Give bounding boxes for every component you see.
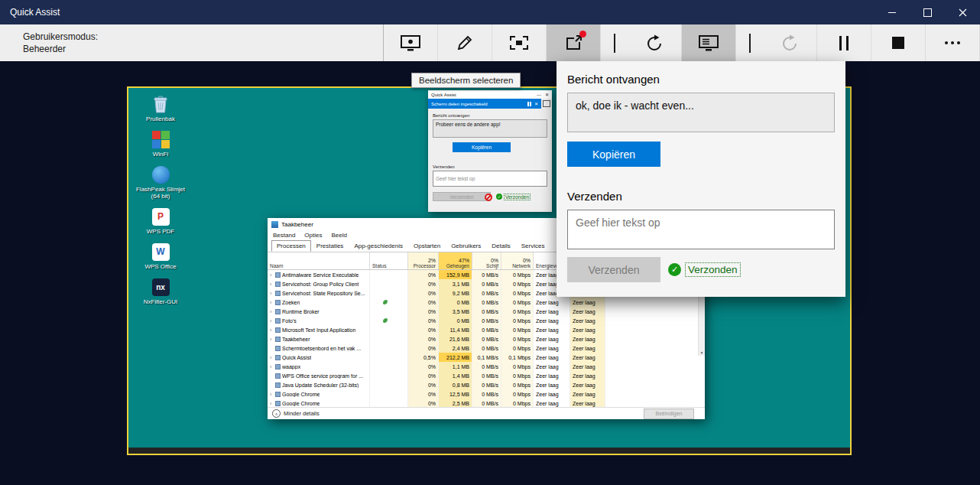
tm-tab[interactable]: Details	[486, 240, 515, 252]
end-task-button[interactable]: Beëindigen	[644, 409, 694, 419]
process-name-cell: Zoeken	[268, 298, 370, 307]
task-manager-button[interactable]	[682, 24, 736, 61]
process-name-cell: Runtime Broker	[268, 307, 370, 316]
table-row[interactable]: Java Update Scheduler (32-bits) 0% 0,8 M…	[268, 380, 705, 389]
restart-button[interactable]	[628, 24, 682, 61]
expander-arrow-icon[interactable]	[270, 337, 274, 342]
scroll-down-icon[interactable]: ▼	[699, 349, 705, 356]
process-name: Google Chrome	[282, 392, 320, 397]
memory-cell: 9,2 MB	[439, 288, 472, 298]
disk-cell: 0 MB/s	[472, 380, 501, 389]
table-row[interactable]: Foto's 0% 0 MB 0 MB/s 0 Mbps Zeer laag Z…	[268, 316, 705, 325]
tm-menu-item[interactable]: Beeld	[331, 232, 346, 239]
received-message-box: ok, doe ik - wacht even...	[567, 93, 835, 132]
energy-trend-cell: Zeer laag	[570, 353, 605, 362]
tm-menu-item[interactable]: Bestand	[273, 232, 295, 239]
remote-quick-assist-window[interactable]: Quick Assist — ✕ Scherm delen ingeschake…	[428, 90, 552, 212]
energy-cell: Zeer laag	[534, 371, 570, 380]
desktop-icon-prullenbak[interactable]: Prullenbak	[130, 94, 191, 122]
instruction-channel-button[interactable]	[547, 24, 601, 61]
copy-button[interactable]: Kopiëren	[567, 142, 660, 167]
expander-arrow-icon[interactable]	[270, 318, 274, 324]
column-header-netwerk[interactable]: 0%Netwerk	[501, 252, 534, 269]
column-header-naam[interactable]: Naam	[268, 252, 370, 269]
expander-arrow-icon[interactable]	[270, 282, 274, 287]
mini-send-button[interactable]: Verzenden	[433, 192, 491, 201]
disk-cell: 0 MB/s	[472, 389, 501, 399]
process-name-cell: Quick Assist	[268, 353, 370, 362]
desktop-icon-slimjet[interactable]: FlashPeak Slimjet (64 bit)	[130, 164, 191, 200]
tm-tab[interactable]: Prestaties	[311, 240, 349, 252]
user-mode-info: Gebruikersmodus: Beheerder	[0, 24, 384, 61]
table-row[interactable]: Microsoft Text Input Application 0% 11,4…	[268, 325, 705, 334]
column-header-schijf[interactable]: 0%Schijf	[472, 252, 501, 269]
tm-tab[interactable]: Opstarten	[408, 240, 446, 252]
desktop-icon-label: WPS Office	[144, 263, 176, 270]
remote-taskbar[interactable]	[128, 448, 850, 454]
desktop-icon-nxfilter[interactable]: nx NxFilter-GUI	[130, 277, 191, 305]
column-header-geheugen[interactable]: 47%Geheugen	[439, 252, 472, 269]
status-cell	[370, 380, 408, 389]
expander-arrow-icon[interactable]	[270, 272, 274, 278]
close-button[interactable]	[945, 0, 980, 24]
maximize-button[interactable]	[910, 0, 945, 24]
table-row[interactable]: Taakbeheer 0% 21,6 MB 0 MB/s 0 Mbps Zeer…	[268, 334, 705, 343]
table-row[interactable]: WPS Office service program for ... 0% 1,…	[268, 371, 705, 380]
status-cell	[370, 298, 408, 307]
pause-icon[interactable]	[527, 102, 531, 106]
fit-screen-button[interactable]	[492, 24, 547, 61]
process-name: Zoeken	[282, 300, 300, 305]
reconnect-button[interactable]	[763, 24, 817, 61]
share-screen-icon[interactable]	[541, 99, 552, 109]
message-input[interactable]	[567, 210, 835, 249]
desktop-icon-wps-pdf[interactable]: P WPS PDF	[130, 207, 191, 235]
table-row[interactable]: waappx 0% 1,1 MB 0 MB/s 0 Mbps Zeer laag…	[268, 362, 705, 371]
column-header-processor[interactable]: 2%Processor	[408, 252, 439, 269]
energy-cell: Zeer laag	[534, 343, 570, 353]
tm-tab[interactable]: App-geschiedenis	[349, 240, 408, 252]
expander-arrow-icon[interactable]	[270, 392, 274, 397]
expander-arrow-icon[interactable]	[270, 300, 274, 305]
tm-tab[interactable]: Services	[516, 240, 550, 252]
table-row[interactable]: Runtime Broker 0% 3,5 MB 0 MB/s 0 Mbps Z…	[268, 307, 705, 316]
tm-tab[interactable]: Gebruikers	[446, 240, 486, 252]
mini-copy-button[interactable]: Kopiëren	[453, 142, 511, 152]
disk-cell: 0 MB/s	[472, 270, 501, 279]
annotate-button[interactable]	[438, 24, 492, 61]
stop-button[interactable]	[871, 24, 926, 61]
desktop-icon-winfi[interactable]: WinFi	[130, 129, 191, 158]
table-row[interactable]: Schermtoetsenbord en het vak ... 0% 2,4 …	[268, 343, 705, 353]
expander-arrow-icon[interactable]	[270, 309, 274, 314]
expander-arrow-icon[interactable]	[270, 364, 274, 369]
energy-trend-cell: Zeer laag	[570, 343, 605, 353]
desktop-icon-wps-office[interactable]: W WPS Office	[130, 242, 191, 270]
minimize-button[interactable]	[875, 0, 910, 24]
send-button[interactable]: Verzenden	[567, 257, 660, 282]
close-icon[interactable]: ✕	[534, 102, 538, 106]
expander-arrow-icon[interactable]	[270, 291, 274, 296]
send-heading: Verzenden	[567, 190, 835, 203]
table-row[interactable]: Google Chrome 0% 12,5 MB 0 MB/s 0 Mbps Z…	[268, 389, 705, 399]
tm-tab[interactable]: Processen	[271, 240, 311, 252]
expander-arrow-icon[interactable]	[270, 355, 274, 360]
process-name: Quick Assist	[282, 355, 311, 360]
memory-cell: 1,4 MB	[439, 371, 472, 380]
pause-button[interactable]	[817, 24, 871, 61]
expander-arrow-icon[interactable]	[270, 327, 274, 333]
process-name: Taakbeheer	[282, 337, 310, 342]
banner-text: Scherm delen ingeschakeld	[431, 102, 488, 106]
tm-menu-item[interactable]: Opties	[304, 232, 322, 239]
table-row[interactable]: Quick Assist 0,5% 212,2 MB 0,1 MB/s 0,1 …	[268, 353, 705, 362]
status-cell	[370, 362, 408, 371]
expander-arrow-icon[interactable]	[270, 401, 274, 406]
table-row[interactable]: Zoeken 0% 0 MB 0 MB/s 0 Mbps Zeer laag Z…	[268, 298, 705, 307]
cpu-cell: 0%	[408, 362, 439, 371]
mini-message-input[interactable]	[433, 171, 547, 187]
laser-pointer-button[interactable]	[384, 24, 438, 61]
column-header-status[interactable]: Status	[370, 252, 408, 269]
more-options-button[interactable]	[926, 24, 980, 61]
remote-desktop-icons: Prullenbak WinFi FlashPeak Slimjet (64 b…	[130, 94, 191, 305]
minimize-icon[interactable]: —	[537, 93, 541, 97]
details-toggle[interactable]: Minder details	[284, 410, 320, 417]
close-icon[interactable]: ✕	[545, 93, 549, 97]
